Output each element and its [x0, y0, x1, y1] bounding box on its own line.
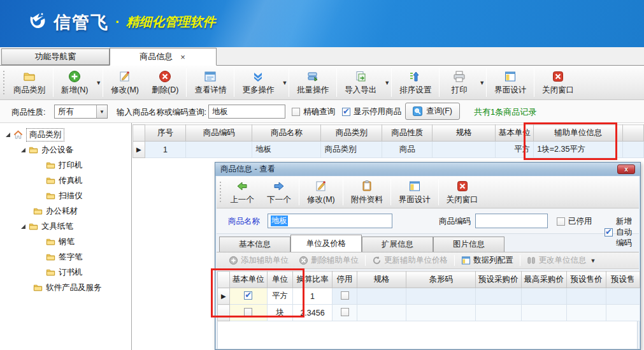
col-stopped[interactable]: 停用	[332, 272, 357, 288]
product-table-row[interactable]: ▶ 1 地板 商品类别 商品 平方 1块=2.35平方	[133, 142, 644, 158]
disabled-checkbox[interactable]: 已停用	[557, 216, 592, 227]
checkbox-icon[interactable]	[341, 308, 349, 316]
column-config-button[interactable]: 数据列配置	[456, 255, 519, 266]
cell-preset-sale2[interactable]	[606, 305, 640, 321]
cell-spec[interactable]	[357, 305, 406, 321]
cell-nature[interactable]: 商品	[382, 142, 433, 158]
cell-name[interactable]: 地板	[252, 142, 321, 158]
dialog-attachment-button[interactable]: 附件资料	[345, 177, 389, 208]
tree-expand-icon[interactable]	[21, 148, 25, 152]
checkbox-icon[interactable]	[292, 108, 300, 116]
remove-aux-unit-button[interactable]: 删除辅助单位	[294, 255, 364, 266]
unit-table-row[interactable]: 块 2.3456	[218, 305, 640, 321]
col-preset-purchase[interactable]: 预设采购价	[476, 272, 522, 288]
tree-node-root[interactable]: 商品类别	[0, 127, 131, 142]
cell-unit[interactable]: 平方	[267, 288, 292, 305]
update-aux-price-button[interactable]: 更新辅助单位价格	[367, 255, 453, 266]
tree-node[interactable]: 办公设备	[0, 142, 131, 157]
tab-product-info[interactable]: 商品信息 ×	[110, 48, 217, 66]
cell-aux-unit-info[interactable]: 1块=2.35平方	[534, 142, 623, 158]
tab-nav-window[interactable]: 功能导航窗	[1, 48, 110, 65]
cell-ratio[interactable]: 2.3456	[293, 305, 333, 321]
import-export-dropdown-icon[interactable]: ▼	[384, 80, 390, 86]
cell-base-unit[interactable]: 平方	[496, 142, 534, 158]
cell-seq[interactable]: 1	[145, 142, 185, 158]
toolbar-product-category-button[interactable]: 商品类别	[7, 66, 52, 99]
toolbar-delete-button[interactable]: 删除(D)	[145, 66, 185, 99]
col-nature[interactable]: 商品性质	[382, 125, 433, 142]
tree-node[interactable]: 办公耗材	[0, 203, 131, 219]
cell-max-purchase[interactable]	[521, 288, 567, 305]
tree-node[interactable]: 订书机	[0, 265, 131, 280]
col-code[interactable]: 商品编码	[186, 125, 252, 142]
cell-preset-purchase[interactable]	[476, 305, 522, 321]
toolbar-sort-button[interactable]: 排序设置	[393, 66, 438, 99]
product-name-input[interactable]: 地板	[268, 214, 392, 228]
col-barcode[interactable]: 条形码	[406, 272, 476, 288]
col-preset-sale2[interactable]: 预设售	[606, 272, 640, 288]
col-name[interactable]: 商品名称	[252, 125, 321, 142]
cell-barcode[interactable]	[406, 288, 476, 305]
checkbox-icon[interactable]	[244, 308, 252, 316]
cell-stopped[interactable]	[332, 288, 357, 305]
combo-dropdown-icon[interactable]: ▼	[96, 105, 107, 118]
col-spec[interactable]: 规格	[357, 272, 406, 288]
tree-expand-icon[interactable]	[21, 224, 25, 229]
product-nature-select[interactable]: 所有 ▼	[54, 105, 108, 119]
col-unit[interactable]: 单位	[267, 272, 292, 288]
change-unit-info-button[interactable]: 更改单位信息 ▼	[522, 255, 601, 266]
cell-ratio[interactable]: 1	[293, 288, 333, 305]
col-seq[interactable]: 序号	[145, 125, 185, 142]
show-disabled-checkbox[interactable]: 显示停用商品	[342, 106, 401, 117]
more-actions-dropdown-icon[interactable]: ▼	[282, 80, 287, 86]
checkbox-icon[interactable]	[341, 291, 349, 300]
dialog-edit-button[interactable]: 修改(M)	[301, 177, 341, 208]
col-base-unit[interactable]: 基本单位	[229, 272, 267, 288]
tab-basic-info[interactable]: 基本信息	[219, 237, 290, 252]
cell-preset-sale2[interactable]	[606, 288, 640, 305]
tree-node[interactable]: 软件产品及服务	[0, 280, 131, 295]
col-spec[interactable]: 规格	[433, 125, 496, 142]
tree-node[interactable]: 文具纸笔	[0, 219, 131, 234]
toolbar-batch-button[interactable]: 批量操作	[290, 66, 335, 99]
exact-query-checkbox[interactable]: 精确查询	[292, 106, 335, 117]
tree-node[interactable]: 传真机	[0, 173, 131, 188]
product-code-input[interactable]	[475, 214, 548, 228]
tree-expand-icon[interactable]	[6, 133, 10, 137]
col-category[interactable]: 商品类别	[321, 125, 382, 142]
search-input[interactable]: 地板	[208, 105, 285, 119]
tree-node[interactable]: 签字笔	[0, 249, 131, 265]
toolbar-more-actions-button[interactable]: 更多操作	[236, 68, 280, 98]
add-dropdown-icon[interactable]: ▼	[96, 80, 101, 86]
cell-preset-sale[interactable]	[567, 305, 606, 321]
cell-spec[interactable]	[433, 142, 496, 158]
col-preset-sale[interactable]: 预设售价	[567, 272, 606, 288]
cell-stopped[interactable]	[332, 305, 357, 321]
cell-code[interactable]	[186, 142, 252, 158]
tab-extended-info[interactable]: 扩展信息	[362, 237, 433, 252]
cell-barcode[interactable]	[406, 305, 476, 321]
checkbox-icon[interactable]	[244, 291, 252, 300]
unit-table-row[interactable]: ▶ 平方 1	[218, 288, 640, 305]
tab-unit-price[interactable]: 单位及价格	[290, 235, 362, 252]
col-base-unit[interactable]: 基本单位	[496, 125, 534, 142]
cell-unit[interactable]: 块	[267, 305, 292, 321]
dialog-next-button[interactable]: 下一个	[261, 177, 297, 208]
toolbar-close-window-button[interactable]: 关闭窗口	[536, 66, 580, 99]
cell-max-purchase[interactable]	[521, 305, 567, 321]
tree-node[interactable]: 钢笔	[0, 234, 131, 249]
toolbar-edit-button[interactable]: 修改(M)	[104, 66, 145, 99]
toolbar-print-button[interactable]: 打印	[441, 68, 478, 98]
print-dropdown-icon[interactable]: ▼	[479, 80, 485, 86]
toolbar-import-export-button[interactable]: 导入导出	[338, 68, 383, 98]
query-button[interactable]: 查询(F)	[405, 103, 460, 120]
checkbox-icon[interactable]	[557, 217, 565, 226]
tree-node[interactable]: 扫描仪	[0, 188, 131, 203]
toolbar-add-button[interactable]: 新增(N)	[55, 68, 94, 98]
cell-base-unit[interactable]	[229, 305, 267, 321]
tab-image-info[interactable]: 图片信息	[433, 237, 504, 252]
cell-spec[interactable]	[357, 288, 406, 305]
dialog-ui-design-button[interactable]: 界面设计	[392, 177, 437, 208]
col-ratio[interactable]: 换算比率	[293, 272, 333, 288]
add-aux-unit-button[interactable]: 添加辅助单位	[224, 255, 294, 266]
